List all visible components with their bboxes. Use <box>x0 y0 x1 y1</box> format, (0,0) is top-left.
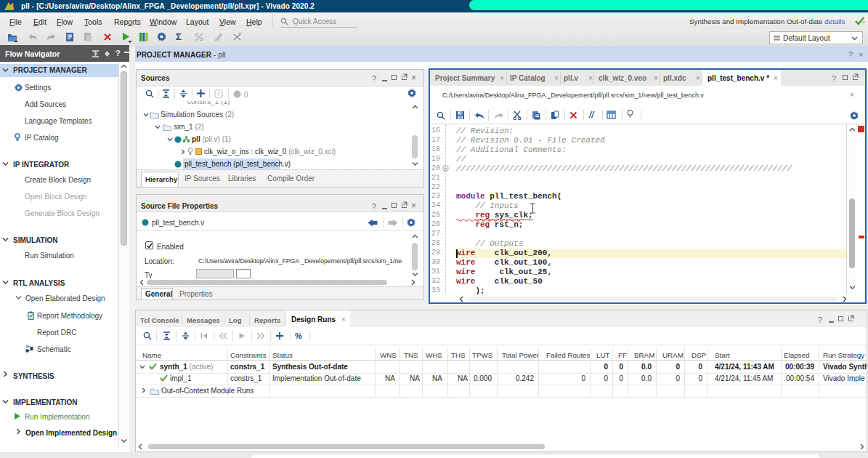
svg-text:?: ? <box>217 91 221 97</box>
